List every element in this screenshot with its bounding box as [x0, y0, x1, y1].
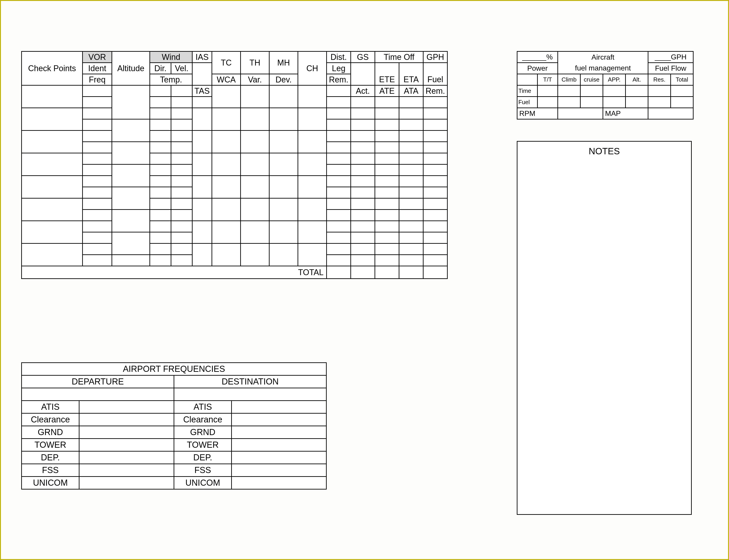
vor-r2b[interactable] — [83, 142, 112, 153]
fuel-r5b[interactable] — [423, 210, 447, 221]
gs-r2a[interactable] — [351, 131, 375, 142]
fuel-r7a[interactable] — [423, 244, 447, 255]
ch-r0[interactable] — [298, 85, 327, 108]
alt-r5[interactable] — [112, 210, 150, 221]
wd-r7b[interactable] — [150, 255, 171, 266]
chk-r5a[interactable] — [22, 198, 83, 210]
wd-r6b[interactable] — [150, 232, 171, 244]
tas-r0[interactable] — [192, 97, 212, 108]
wd-r0b[interactable] — [150, 97, 171, 108]
ch-r3[interactable] — [298, 153, 327, 176]
eta-r7b[interactable] — [399, 255, 423, 266]
chk-r3b[interactable] — [22, 164, 83, 176]
mh-r5[interactable] — [269, 198, 298, 221]
dist-r5a[interactable] — [327, 198, 351, 210]
ch-r4[interactable] — [298, 176, 327, 198]
chk-r4b[interactable] — [22, 187, 83, 198]
wd-r3b[interactable] — [150, 164, 171, 176]
alt-r2c[interactable] — [112, 153, 150, 164]
ete-r2b[interactable] — [375, 142, 399, 153]
eta-r5b[interactable] — [399, 210, 423, 221]
wv-r1a[interactable] — [171, 108, 192, 119]
eta-r6b[interactable] — [399, 232, 423, 244]
ch-r1[interactable] — [298, 108, 327, 131]
fm-rpm-value[interactable] — [558, 108, 603, 119]
chk-r7a[interactable] — [22, 244, 83, 255]
vor-r0b[interactable] — [83, 97, 112, 108]
wv-r2a[interactable] — [171, 131, 192, 142]
ete-r4b[interactable] — [375, 187, 399, 198]
fuel-r6a[interactable] — [423, 221, 447, 232]
fuel-r4a[interactable] — [423, 176, 447, 187]
dist-r2a[interactable] — [327, 131, 351, 142]
fm-map-value[interactable] — [648, 108, 693, 119]
fuel-r2a[interactable] — [423, 131, 447, 142]
total-gs[interactable] — [351, 266, 375, 279]
freq-dest-dep-value[interactable] — [232, 451, 327, 464]
vor-r3a[interactable] — [83, 153, 112, 164]
freq-dep-dep-value[interactable] — [79, 451, 174, 464]
alt-r5c[interactable] — [112, 221, 150, 232]
wv-r5a[interactable] — [171, 198, 192, 210]
mh-r4[interactable] — [269, 176, 298, 198]
fuel-r3b[interactable] — [423, 164, 447, 176]
ias-r6[interactable] — [192, 221, 212, 232]
ete-r3a[interactable] — [375, 153, 399, 164]
alt-r4c[interactable] — [112, 198, 150, 210]
ete-r6b[interactable] — [375, 232, 399, 244]
vor-r5a[interactable] — [83, 198, 112, 210]
vor-r2a[interactable] — [83, 131, 112, 142]
ch-r6[interactable] — [298, 221, 327, 244]
eta-r2b[interactable] — [399, 142, 423, 153]
fm-time-tt[interactable] — [537, 85, 558, 97]
total-fuel[interactable] — [423, 266, 447, 279]
chk-r0a[interactable] — [22, 85, 83, 97]
freq-dep-fss-value[interactable] — [79, 464, 174, 477]
fm-fuel-app[interactable] — [603, 97, 626, 108]
fm-fuel-total[interactable] — [671, 97, 693, 108]
freq-dest-fss-value[interactable] — [232, 464, 327, 477]
tas-r3[interactable] — [192, 164, 212, 176]
mh-r7[interactable] — [269, 244, 298, 266]
ete-r1a[interactable] — [375, 108, 399, 119]
ete-r7b[interactable] — [375, 255, 399, 266]
ete-r2a[interactable] — [375, 131, 399, 142]
wd-r5b[interactable] — [150, 210, 171, 221]
gs-r7a[interactable] — [351, 244, 375, 255]
eta-r3b[interactable] — [399, 164, 423, 176]
alt-r6c[interactable] — [112, 244, 150, 255]
wd-r6a[interactable] — [150, 221, 171, 232]
chk-r7b[interactable] — [22, 255, 83, 266]
chk-r3a[interactable] — [22, 153, 83, 164]
mh-r2[interactable] — [269, 131, 298, 153]
chk-r4a[interactable] — [22, 176, 83, 187]
ch-r2[interactable] — [298, 131, 327, 153]
wd-r1b[interactable] — [150, 119, 171, 131]
vor-r7a[interactable] — [83, 244, 112, 255]
th-r7[interactable] — [241, 244, 269, 266]
ias-r2[interactable] — [192, 131, 212, 142]
ete-r4a[interactable] — [375, 176, 399, 187]
chk-r0b[interactable] — [22, 97, 83, 108]
ete-r1b[interactable] — [375, 119, 399, 131]
dist-r6a[interactable] — [327, 221, 351, 232]
alt-r0[interactable] — [112, 85, 150, 97]
fm-time-res[interactable] — [648, 85, 671, 97]
total-ete[interactable] — [375, 266, 399, 279]
ete-r5a[interactable] — [375, 198, 399, 210]
dist-r4a[interactable] — [327, 176, 351, 187]
dist-r2b[interactable] — [327, 142, 351, 153]
fm-time-app[interactable] — [603, 85, 626, 97]
tas-r5[interactable] — [192, 210, 212, 221]
eta-r3a[interactable] — [399, 153, 423, 164]
dist-r3a[interactable] — [327, 153, 351, 164]
dist-r5b[interactable] — [327, 210, 351, 221]
eta-r4a[interactable] — [399, 176, 423, 187]
chk-r5b[interactable] — [22, 210, 83, 221]
tc-r7[interactable] — [212, 244, 241, 266]
fm-fuel-alt[interactable] — [626, 97, 648, 108]
wv-r4b[interactable] — [171, 187, 192, 198]
tc-r5[interactable] — [212, 198, 241, 221]
wv-r0b[interactable] — [171, 97, 192, 108]
chk-r6b[interactable] — [22, 232, 83, 244]
